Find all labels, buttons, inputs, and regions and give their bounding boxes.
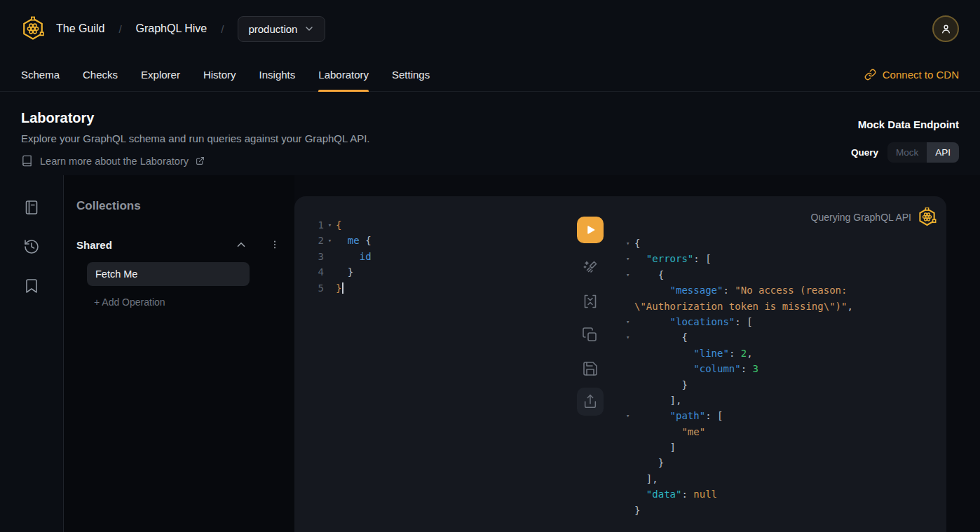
code-line: ▾ "errors": [ <box>626 251 941 266</box>
prettify-icon[interactable] <box>577 254 604 282</box>
code-line: ] <box>626 439 941 455</box>
code-line: "message": "No access (reason: <box>626 282 941 298</box>
external-link-icon <box>196 156 205 165</box>
fold-spacer <box>626 393 634 408</box>
chevron-down-icon <box>304 23 315 34</box>
result-status-label: Querying GraphQL API <box>811 212 911 223</box>
fold-spacer <box>626 503 634 518</box>
code-line: 2▾ me { <box>294 233 568 248</box>
connect-cdn-link[interactable]: Connect to CDN <box>864 57 959 91</box>
tab-schema[interactable]: Schema <box>21 57 60 91</box>
tab-laboratory[interactable]: Laboratory <box>318 57 369 91</box>
learn-more-link[interactable]: Learn more about the Laboratory <box>21 155 370 167</box>
kebab-menu-icon[interactable] <box>269 239 280 250</box>
avatar[interactable] <box>932 15 959 42</box>
book-icon <box>21 155 33 167</box>
endpoint-toggle: Mock API <box>887 142 959 163</box>
breadcrumb-project[interactable]: GraphQL Hive <box>136 22 207 35</box>
merge-fragments-icon[interactable] <box>577 287 604 315</box>
save-operation-icon[interactable] <box>577 355 604 383</box>
collection-group-name: Shared <box>76 239 235 251</box>
endpoint-toggle-label: Query <box>851 147 878 158</box>
tab-explorer[interactable]: Explorer <box>141 57 180 91</box>
fold-toggle-icon[interactable]: ▾ <box>324 217 336 233</box>
breadcrumb-org[interactable]: The Guild <box>56 22 104 35</box>
connect-cdn-label: Connect to CDN <box>883 69 959 81</box>
fold-toggle-icon[interactable]: ▾ <box>626 314 634 329</box>
operation-item[interactable]: Fetch Me <box>87 262 250 286</box>
fold-toggle-icon[interactable]: ▾ <box>626 408 634 423</box>
fold-spacer <box>626 486 634 502</box>
code-line: ▾ { <box>626 267 941 282</box>
breadcrumb: The Guild / GraphQL Hive / production <box>21 16 325 42</box>
copy-query-icon[interactable] <box>577 321 604 349</box>
code-line: 4 } <box>294 264 568 280</box>
code-line: ▾{ <box>626 236 941 251</box>
page-header: Laboratory Explore your GraphQL schema a… <box>0 92 980 175</box>
laboratory-workspace: Collections Shared Fetch Me + Add Operat… <box>0 175 980 532</box>
execute-query-button[interactable] <box>577 217 604 243</box>
fold-spacer <box>626 299 634 314</box>
chevron-up-icon[interactable] <box>235 238 247 251</box>
line-number: 3 <box>294 249 324 264</box>
code-line: 1▾{ <box>294 217 568 233</box>
code-line: ], <box>626 393 941 408</box>
code-line: "data": null <box>626 486 941 502</box>
tab-insights[interactable]: Insights <box>259 57 296 91</box>
docs-icon[interactable] <box>23 199 40 216</box>
fold-spacer <box>324 249 336 264</box>
code-line: ▾ "path": [ <box>626 408 941 423</box>
mock-endpoint-title: Mock Data Endpoint <box>858 118 959 130</box>
fold-toggle-icon[interactable]: ▾ <box>626 329 634 345</box>
learn-more-label: Learn more about the Laboratory <box>40 156 189 167</box>
code-line: ▾ "locations": [ <box>626 314 941 329</box>
hive-logo-icon[interactable] <box>21 16 45 41</box>
tab-history[interactable]: History <box>203 57 236 91</box>
response-viewer: ▾{▾ "errors": [▾ { "message": "No access… <box>626 236 941 518</box>
tab-checks[interactable]: Checks <box>83 57 118 91</box>
code-line: } <box>626 503 941 518</box>
main-nav: SchemaChecksExplorerHistoryInsightsLabor… <box>0 57 980 92</box>
line-number: 1 <box>294 217 324 233</box>
fold-spacer <box>626 455 634 470</box>
bookmark-icon[interactable] <box>23 278 40 294</box>
target-selector-value: production <box>248 23 297 35</box>
fold-toggle-icon[interactable]: ▾ <box>626 267 634 282</box>
play-icon <box>583 223 597 237</box>
code-line: "line": 2, <box>626 346 941 361</box>
add-operation-button[interactable]: + Add Operation <box>94 296 165 308</box>
code-line: "me" <box>626 424 941 439</box>
code-line: 3 id <box>294 249 568 264</box>
fold-spacer <box>626 377 634 393</box>
code-line: 5} <box>294 280 568 296</box>
link-icon <box>864 69 876 81</box>
result-status: Querying GraphQL API <box>811 207 937 226</box>
fold-toggle-icon[interactable]: ▾ <box>626 236 634 251</box>
tab-settings[interactable]: Settings <box>392 57 430 91</box>
endpoint-option-api[interactable]: API <box>927 142 959 163</box>
fold-spacer <box>626 346 634 361</box>
graphiql-card: 1▾{2▾ me {3 id4 }5} <box>294 196 946 532</box>
breadcrumb-separator: / <box>118 23 121 35</box>
endpoint-option-mock[interactable]: Mock <box>887 142 927 163</box>
code-line: ], <box>626 471 941 486</box>
query-editor[interactable]: 1▾{2▾ me {3 id4 }5} <box>294 217 568 296</box>
fold-toggle-icon[interactable]: ▾ <box>324 233 336 248</box>
hive-logo-icon <box>918 207 937 226</box>
page-title: Laboratory <box>21 110 370 126</box>
fold-spacer <box>626 439 634 455</box>
fold-toggle-icon[interactable]: ▾ <box>626 251 634 266</box>
breadcrumb-separator: / <box>221 23 224 35</box>
collection-group-header: Shared <box>76 238 282 251</box>
fold-spacer <box>626 361 634 376</box>
history-icon[interactable] <box>23 238 40 255</box>
fold-spacer <box>626 471 634 486</box>
line-number: 5 <box>294 280 324 296</box>
target-selector[interactable]: production <box>238 16 325 42</box>
share-operation-icon[interactable] <box>577 388 604 416</box>
sidebar-rail <box>0 175 63 532</box>
fold-spacer <box>324 264 336 280</box>
page-subtitle: Explore your GraphQL schema and run quer… <box>21 132 370 144</box>
fold-spacer <box>626 424 634 439</box>
user-icon <box>940 23 952 35</box>
